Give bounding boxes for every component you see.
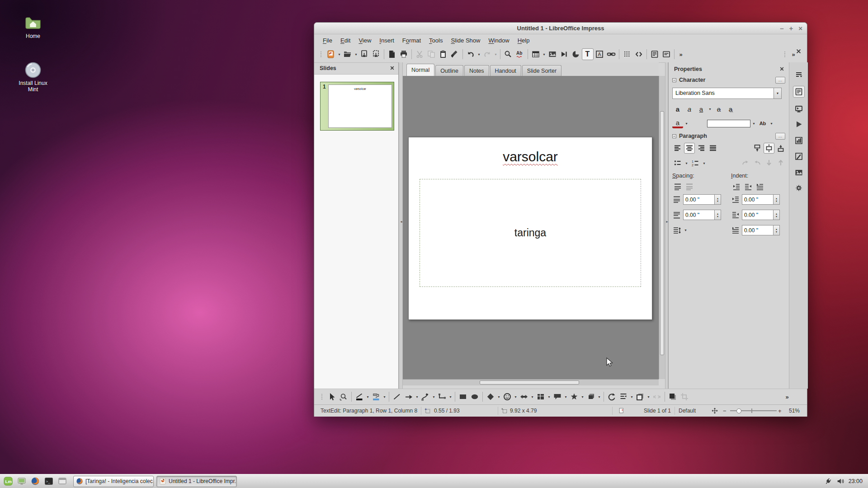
basic-shapes-dropdown[interactable]: ▾ [496,391,501,403]
hanging-indent-icon[interactable] [755,182,765,192]
curves-dropdown[interactable]: ▾ [431,391,436,403]
header-footer-icon[interactable]: A [594,48,605,60]
table-dropdown[interactable]: ▾ [542,48,547,60]
flowchart-icon[interactable] [535,391,547,403]
slide-body-text[interactable]: taringa [514,227,546,239]
underline-dropdown[interactable]: ▾ [708,103,712,115]
slides-panel-close-icon[interactable] [390,66,395,70]
slide-thumbnail-1[interactable]: 1 varsolcar [320,82,394,131]
increase-indent-icon[interactable] [731,182,742,192]
zoom-pan-icon[interactable] [338,391,349,403]
tab-navigator[interactable] [793,182,805,194]
tab-master-slides[interactable] [793,135,805,146]
horizontal-scrollbar[interactable] [403,379,659,385]
sidebar-settings-icon[interactable] [793,69,805,80]
numbered-list-dropdown[interactable]: ▾ [702,157,707,169]
desktop-icon-install-linux-mint[interactable]: Install Linux Mint [15,61,51,93]
connectors-icon[interactable] [436,391,448,403]
indent-first-line-field[interactable]: 0.00 " ▴▾ [742,225,780,235]
spacing-below-value[interactable]: 0.00 " [684,210,714,220]
character-dialog-launcher[interactable]: … [775,77,785,84]
collapse-icon[interactable]: − [672,134,676,138]
slide-workspace[interactable]: varsolcar taringa [403,76,659,379]
home-folder-icon[interactable] [24,14,42,32]
stars-dropdown[interactable]: ▾ [580,391,585,403]
collapse-icon[interactable]: − [672,78,676,82]
taskbar-window-impress[interactable]: Untitled 1 - LibreOffice Impr... [156,476,237,487]
spinner[interactable]: ▴▾ [773,195,779,204]
tab-normal[interactable]: Normal [406,64,434,76]
menu-help[interactable]: Help [514,36,534,45]
paste-icon[interactable] [437,48,449,60]
spinner[interactable]: ▴▾ [773,210,779,220]
fit-slide-icon[interactable] [711,407,718,414]
line-spacing-icon[interactable] [672,226,681,235]
print-icon[interactable] [398,48,410,60]
drawing-toolbar-overflow-icon[interactable]: » [783,391,794,403]
zoom-slider-knob[interactable] [736,408,741,413]
tab-outline[interactable]: Outline [435,65,463,76]
spacing-above-field[interactable]: 0.00 " ▴▾ [683,194,721,205]
sidebar-close-icon[interactable] [779,66,784,71]
insert-table-icon[interactable] [530,48,542,60]
bold-button[interactable]: a [672,103,683,114]
tab-styles[interactable] [793,150,805,162]
volume-icon[interactable] [836,477,844,485]
arrange-dropdown[interactable]: ▾ [646,391,651,403]
tab-slide-transition[interactable] [793,103,805,115]
close-button[interactable]: × [798,25,802,32]
block-arrows-icon[interactable] [518,391,530,403]
menu-insert[interactable]: Insert [375,36,398,45]
titlebar[interactable]: Untitled 1 - LibreOffice Impress – + × [314,23,807,34]
vertical-scrollbar-thumb[interactable] [660,111,664,355]
maximize-button[interactable]: + [789,25,793,32]
zoom-in-button[interactable]: + [778,408,782,414]
callouts-dropdown[interactable]: ▾ [563,391,568,403]
zoom-out-button[interactable]: − [723,408,726,414]
firefox-launcher-icon[interactable] [30,476,41,487]
align-center-icon[interactable] [684,143,695,154]
tab-handout[interactable]: Handout [490,65,521,76]
minimize-button[interactable]: – [780,25,783,32]
insert-chart-icon[interactable] [570,48,582,60]
decrease-indent-icon[interactable] [743,182,754,192]
slides-list[interactable]: 1 varsolcar [314,74,398,389]
mint-menu-icon[interactable]: Lm [3,476,14,487]
insert-line-icon[interactable] [391,391,403,403]
3d-objects-icon[interactable] [585,391,597,403]
rotate-icon[interactable] [606,391,618,403]
slide-title-text[interactable]: varsolcar [409,149,652,164]
rectangle-icon[interactable] [457,391,469,403]
flowchart-dropdown[interactable]: ▾ [547,391,552,403]
install-disc-icon[interactable] [24,61,42,79]
align-objects-icon[interactable] [618,391,629,403]
paragraph-section-header[interactable]: − Paragraph [672,133,707,139]
stars-icon[interactable] [568,391,580,403]
align-top-icon[interactable] [752,143,763,154]
tab-animation[interactable] [793,118,805,130]
font-color-button[interactable]: a [672,118,683,128]
shadow-button[interactable]: a [725,103,736,114]
insert-image-icon[interactable] [547,48,558,60]
master-style-status[interactable]: Default [679,408,696,414]
export-pdf-icon[interactable] [386,48,398,60]
terminal-icon[interactable]: >_ [43,476,54,487]
arrange-icon[interactable] [634,391,646,403]
spacing-below-field[interactable]: 0.00 " ▴▾ [683,210,721,220]
line-style-icon[interactable] [354,391,365,403]
ellipse-icon[interactable] [469,391,481,403]
basic-shapes-icon[interactable] [485,391,496,403]
line-spacing-dropdown[interactable]: ▾ [683,224,688,236]
slides-panel-splitter[interactable]: ◂ [399,62,403,389]
undo-icon[interactable] [465,48,476,60]
align-objects-dropdown[interactable]: ▾ [629,391,634,403]
indent-after-field[interactable]: 0.00 " ▴▾ [742,210,780,220]
font-name-value[interactable]: Liberation Sans [673,88,774,99]
shadow-icon[interactable] [667,391,679,403]
indent-first-line-value[interactable]: 0.00 " [742,225,773,235]
character-section-header[interactable]: − Character [672,77,705,83]
draw-functions-icon[interactable] [633,48,645,60]
menu-view[interactable]: View [354,36,375,45]
new-presentation-icon[interactable] [325,48,337,60]
insert-text-box-icon[interactable]: T [582,48,594,60]
